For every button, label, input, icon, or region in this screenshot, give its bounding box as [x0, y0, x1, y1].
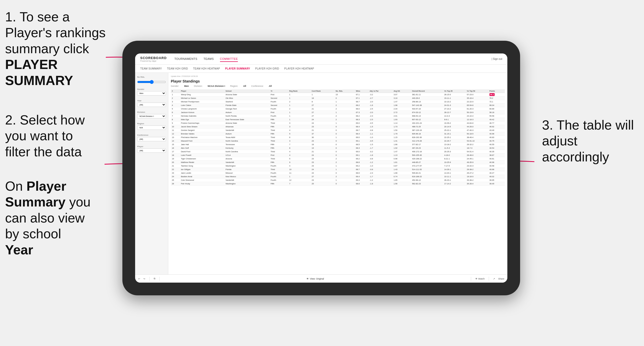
table-cell: Matthew Riedel — [180, 161, 225, 164]
gender-select[interactable]: Men — [137, 91, 166, 95]
table-cell: 10-11-1 — [443, 175, 466, 178]
table-cell: Fifth — [269, 182, 288, 186]
player-standings-table: # Player School Yr Reg Rank Conf Rank No… — [171, 89, 505, 186]
table-cell: 14-20-1 — [443, 171, 466, 175]
copy-btn[interactable]: ⧉ — [154, 277, 155, 280]
table-title: Player Standings — [171, 79, 505, 83]
player-select[interactable]: (All) — [137, 148, 166, 153]
instruction-step3: 3. The table will adjust accordingly — [542, 117, 639, 165]
table-cell: Florida — [225, 168, 270, 171]
table-cell: 7-17-5 — [443, 164, 466, 168]
table-cell: Fourth — [269, 100, 288, 104]
table-cell: 1 — [171, 93, 180, 96]
no-rds-slider[interactable] — [137, 80, 166, 84]
table-row: 6Jackson KoivunAuburnFirst127167.3-2.02.… — [171, 111, 505, 114]
sign-out-link[interactable]: | Sign out — [492, 58, 502, 60]
subnav-player-h2h-heatmap[interactable]: PLAYER H2H HEATMAP — [284, 67, 314, 70]
table-cell: -0.8 — [369, 157, 393, 161]
table-cell: 7 — [171, 114, 180, 118]
table-cell: 68.8 — [355, 161, 369, 164]
table-cell: 0 — [335, 143, 355, 146]
table-cell: 11 — [171, 129, 180, 132]
subnav-team-summary[interactable]: TEAM SUMMARY — [140, 67, 162, 70]
table-cell: Jack Lundin — [180, 171, 225, 175]
table-cell: Florida State — [225, 104, 270, 107]
subnav-team-h2h-heatmap[interactable]: TEAM H2H HEATMAP — [193, 67, 220, 70]
watch-btn[interactable]: 👁 Watch — [475, 278, 485, 280]
year-label: Year — [137, 100, 166, 102]
table-cell: 0 — [335, 96, 355, 100]
table-cell: -2.3 — [369, 171, 393, 175]
undo-btn[interactable]: ↩ — [138, 278, 140, 280]
nav-teams[interactable]: TEAMS — [203, 56, 214, 62]
table-cell: 44-26-0 — [466, 125, 488, 129]
subnav-player-h2h-grid[interactable]: PLAYER H2H GRID — [255, 67, 279, 70]
table-cell: 1.98 — [393, 104, 411, 107]
share-btn[interactable]: Share — [498, 278, 504, 280]
col-conf-rank: Conf Rank — [311, 89, 335, 93]
table-cell: 49.42 — [488, 118, 505, 121]
table-cell: 68.3 — [355, 146, 369, 150]
table-cell: Second — [269, 96, 288, 100]
nav-committee[interactable]: COMMITTEE — [220, 56, 238, 62]
table-cell: 3.07 — [393, 93, 411, 96]
table-cell: Fifth — [269, 125, 288, 129]
table-cell: 0 — [335, 150, 355, 154]
table-cell: 2.34 — [393, 107, 411, 111]
region-select[interactable]: N/A — [137, 126, 166, 130]
col-no-rds: No. Rds. — [335, 89, 355, 93]
subnav-player-summary[interactable]: PLAYER SUMMARY — [225, 67, 250, 70]
table-cell: 429-198-22 — [411, 157, 443, 161]
table-cell: 8 — [311, 100, 335, 104]
table-cell: 616-168-22 — [411, 175, 443, 178]
year-select[interactable]: (All) — [137, 103, 166, 107]
table-cell: 1.41 — [393, 139, 411, 143]
table-cell: 25 — [311, 182, 335, 186]
table-cell: 2 — [288, 100, 311, 104]
table-cell: 23 — [311, 161, 335, 164]
table-cell: Tashiion Song — [180, 164, 225, 168]
logo-sub: Powered by clippi — [140, 60, 167, 62]
table-cell: 14 — [171, 139, 180, 143]
table-cell: 674-33-12 — [411, 111, 443, 114]
table-cell: 40.96 — [488, 132, 505, 136]
table-cell: 33-38-2 — [466, 178, 488, 182]
table-cell: Auburn — [225, 111, 270, 114]
table-cell: 0 — [335, 129, 355, 132]
region-section: Region N/A — [137, 122, 166, 131]
table-cell: 19 — [311, 146, 335, 150]
table-cell: 25-22-1 — [443, 129, 466, 132]
table-cell: 68.7 — [355, 100, 369, 104]
table-cell: 7 — [288, 182, 311, 186]
view-text: View: Original — [310, 278, 324, 280]
nav-tournaments[interactable]: TOURNAMENTS — [174, 56, 197, 62]
table-cell: 28-48-0 — [466, 154, 488, 157]
table-cell: -2.7 — [369, 96, 393, 100]
table-cell: 26-32-2 — [466, 143, 488, 146]
table-cell: 1 — [335, 111, 355, 114]
table-cell: 10 — [171, 125, 180, 129]
table-cell: 1 — [288, 111, 311, 114]
table-cell: 67.3 — [355, 111, 369, 114]
table-cell: 40.98 — [488, 161, 505, 164]
subnav-team-h2h-grid[interactable]: TEAM H2H GRID — [167, 67, 188, 70]
export-btn[interactable]: ↗ — [493, 278, 495, 280]
table-cell: Maxwell Ford — [180, 139, 225, 143]
table-cell: 1.47 — [393, 150, 411, 154]
table-cell: 25 — [171, 178, 180, 182]
table-cell: -1.1 — [369, 132, 393, 136]
table-cell: 26-27-2 — [466, 171, 488, 175]
table-cell: 24-45-1 — [466, 157, 488, 161]
table-cell: 0 — [335, 154, 355, 157]
division-select[interactable]: NCAA Division I — [137, 114, 166, 118]
table-cell: -1.5 — [369, 125, 393, 129]
table-cell: 35-26-4 — [466, 182, 488, 186]
table-cell: 68.6 — [355, 182, 369, 186]
sub-nav: TEAM SUMMARY TEAM H2H GRID TEAM H2H HEAT… — [135, 65, 507, 73]
conference-select[interactable]: (All) — [137, 137, 166, 141]
table-cell: 43.49 — [488, 129, 505, 132]
nav-right: | Sign out — [492, 58, 502, 60]
redo-btn[interactable]: ↪ — [143, 278, 145, 280]
table-row: 13Phichaksn MaichonTexas A&MThird630169.… — [171, 136, 505, 139]
table-cell: Phichaksn Maichon — [180, 136, 225, 139]
